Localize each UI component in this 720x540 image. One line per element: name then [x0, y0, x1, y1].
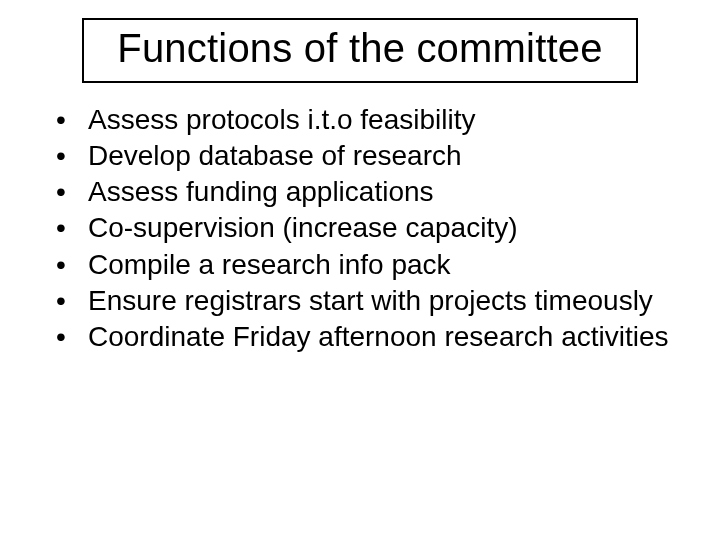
list-item: Coordinate Friday afternoon research act…	[56, 320, 690, 354]
list-item: Develop database of research	[56, 139, 690, 173]
title-box: Functions of the committee	[82, 18, 638, 83]
list-item: Assess funding applications	[56, 175, 690, 209]
list-item: Assess protocols i.t.o feasibility	[56, 103, 690, 137]
list-item: Co-supervision (increase capacity)	[56, 211, 690, 245]
list-item: Compile a research info pack	[56, 248, 690, 282]
list-item: Ensure registrars start with projects ti…	[56, 284, 690, 318]
bullet-list: Assess protocols i.t.o feasibility Devel…	[56, 103, 690, 354]
slide: Functions of the committee Assess protoc…	[0, 0, 720, 540]
slide-title: Functions of the committee	[94, 26, 626, 71]
